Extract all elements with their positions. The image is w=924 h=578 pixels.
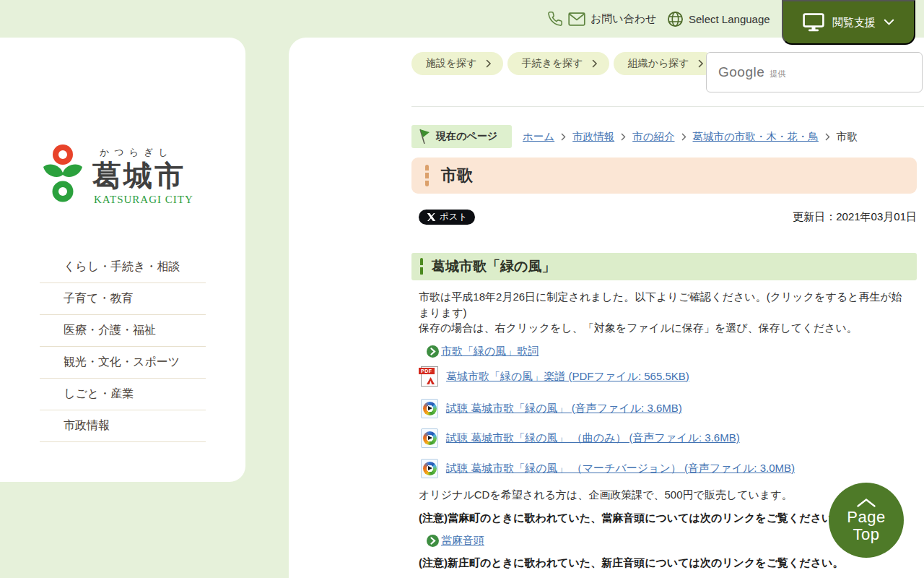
audio-file-icon [421, 428, 438, 448]
chevron-up-icon [856, 498, 876, 508]
chevron-right-icon [621, 133, 626, 141]
breadcrumb-link-shika-ki-hana-tori[interactable]: 葛城市の市歌・木・花・鳥 [693, 130, 819, 144]
breadcrumb: 現在のページ ホーム 市政情報 市の紹介 葛城市の市歌・木・花・鳥 市歌 [411, 125, 858, 148]
site-search: Google 提供 [706, 52, 923, 92]
page-root: かつらぎし 葛城市 KATSURAGI CITY くらし・手続き・相談 子育て・… [0, 0, 924, 578]
sidebar-item-kurashi[interactable]: くらし・手続き・相談 [40, 251, 206, 283]
list-item: 試聴 葛城市歌「緑の風」 （曲のみ） (音声ファイル: 3.6MB) [421, 428, 740, 448]
city-logo-mark-icon [40, 143, 85, 207]
phone-icon [547, 11, 563, 27]
breadcrumb-link-shi-no-shokai[interactable]: 市の紹介 [632, 130, 674, 144]
list-item: 市歌「緑の風」歌詞 [427, 345, 539, 358]
section-heading: 葛城市歌「緑の風」 [432, 257, 555, 276]
header-divider [411, 106, 924, 107]
city-name-en: KATSURAGI CITY [94, 194, 193, 206]
page-title-bar: 市歌 [411, 158, 917, 194]
quicknav-facilities-label: 施設を探す [426, 57, 477, 70]
link-audio-march[interactable]: 試聴 葛城市歌「緑の風」 （マーチバージョン） (音声ファイル: 3.0MB) [446, 462, 795, 475]
link-taima-ondo[interactable]: 當麻音頭 [441, 534, 484, 548]
current-page-label: 現在のページ [436, 130, 497, 143]
chevron-down-icon [884, 19, 894, 26]
breadcrumb-link-home[interactable]: ホーム [523, 130, 554, 144]
search-input[interactable] [707, 53, 922, 92]
meta-row: ポスト 更新日：2021年03月01日 [419, 209, 917, 225]
mail-icon [568, 12, 585, 26]
city-name: 葛城市 [92, 159, 186, 192]
quicknav-organization-label: 組織から探す [628, 57, 689, 70]
intro-text: 市歌は平成18年2月26日に制定されました。以下よりご確認ください。(クリックを… [419, 289, 910, 336]
quicknav-facilities-button[interactable]: 施設を探す [411, 52, 503, 75]
city-logo-text: かつらぎし 葛城市 KATSURAGI CITY [92, 143, 193, 207]
accessibility-support-button[interactable]: 閲覧支援 [782, 0, 915, 45]
chevron-right-icon [825, 133, 830, 141]
select-language-link[interactable]: Select Language [667, 9, 770, 29]
x-post-button[interactable]: ポスト [419, 210, 475, 225]
quicknav-organization-button[interactable]: 組織から探す [614, 52, 715, 75]
pdf-file-icon: PDF [421, 366, 438, 387]
city-logo[interactable]: かつらぎし 葛城市 KATSURAGI CITY [40, 143, 193, 207]
globe-icon [667, 11, 684, 27]
link-lyrics[interactable]: 市歌「緑の風」歌詞 [441, 345, 539, 358]
section-heading-bar: 葛城市歌「緑の風」 [411, 253, 917, 280]
audio-file-icon [421, 459, 438, 478]
page-title: 市歌 [441, 165, 473, 186]
select-language-label: Select Language [689, 13, 770, 25]
sidebar-item-iryo[interactable]: 医療・介護・福祉 [40, 315, 206, 347]
x-logo-icon [427, 212, 436, 222]
quicknav-procedures-label: 手続きを探す [522, 57, 583, 70]
updated-date: 更新日：2021年03月01日 [793, 210, 917, 224]
main-content: 施設を探す 手続きを探す 組織から探す Google 提供 [289, 38, 924, 578]
page-top-label-2: Top [853, 526, 880, 543]
sidebar: かつらぎし 葛城市 KATSURAGI CITY くらし・手続き・相談 子育て・… [0, 38, 245, 482]
quick-nav: 施設を探す 手続きを探す 組織から探す [411, 52, 715, 75]
city-name-furigana: かつらぎし [100, 146, 173, 159]
intro-paragraph-1: 市歌は平成18年2月26日に制定されました。以下よりご確認ください。(クリックを… [419, 289, 910, 320]
intro-paragraph-2: 保存の場合は、右クリックをし、「対象をファイルに保存」を選び、保存してください。 [419, 320, 910, 336]
monitor-icon [803, 13, 824, 32]
breadcrumb-current: 市歌 [837, 130, 858, 144]
x-post-label: ポスト [440, 211, 467, 223]
contact-label: お問い合わせ [590, 12, 656, 26]
chevron-right-icon [681, 133, 687, 141]
shinjo-note: (注意)新庄町のときに歌われていた、新庄音頭については次のリンクをご覧ください。 [419, 555, 917, 570]
current-page-badge: 現在のページ [411, 125, 512, 148]
link-audio-instrumental[interactable]: 試聴 葛城市歌「緑の風」 （曲のみ） (音声ファイル: 3.6MB) [446, 431, 740, 445]
quicknav-procedures-button[interactable]: 手続きを探す [507, 52, 609, 75]
chevron-right-icon [592, 59, 598, 68]
audio-file-icon [421, 399, 438, 418]
chevron-right-icon [486, 59, 492, 68]
page-top-label-1: Page [847, 509, 885, 525]
arrow-circle-icon [427, 535, 439, 547]
sidebar-menu: くらし・手続き・相談 子育て・教育 医療・介護・福祉 観光・文化・スポーツ しご… [40, 251, 206, 442]
breadcrumb-link-shisei-joho[interactable]: 市政情報 [572, 130, 614, 144]
list-item: 試聴 葛城市歌「緑の風」 （マーチバージョン） (音声ファイル: 3.0MB) [421, 459, 795, 478]
chevron-right-icon [698, 59, 704, 68]
section-accent-bar [420, 258, 423, 275]
arrow-circle-icon [427, 345, 439, 358]
chevron-right-icon [561, 133, 566, 141]
sidebar-item-kosodate[interactable]: 子育て・教育 [40, 283, 206, 315]
list-item: PDF 葛城市歌「緑の風」楽譜 (PDFファイル: 565.5KB) [421, 366, 689, 387]
flag-icon [417, 129, 432, 144]
sidebar-item-shigoto[interactable]: しごと・産業 [40, 379, 206, 410]
list-item: 當麻音頭 [427, 534, 484, 548]
link-score-pdf[interactable]: 葛城市歌「緑の風」楽譜 (PDFファイル: 565.5KB) [446, 370, 689, 384]
list-item: 試聴 葛城市歌「緑の風」 (音声ファイル: 3.6MB) [421, 399, 682, 418]
title-accent-bar [425, 165, 429, 186]
sidebar-item-shisei[interactable]: 市政情報 [40, 410, 206, 442]
contact-link[interactable]: お問い合わせ [547, 9, 656, 29]
support-label: 閲覧支援 [832, 16, 876, 30]
breadcrumb-trail: ホーム 市政情報 市の紹介 葛城市の市歌・木・花・鳥 市歌 [523, 130, 858, 144]
link-audio-full[interactable]: 試聴 葛城市歌「緑の風」 (音声ファイル: 3.6MB) [446, 402, 682, 415]
sidebar-item-kanko[interactable]: 観光・文化・スポーツ [40, 347, 206, 379]
page-top-button[interactable]: Page Top [829, 483, 904, 558]
